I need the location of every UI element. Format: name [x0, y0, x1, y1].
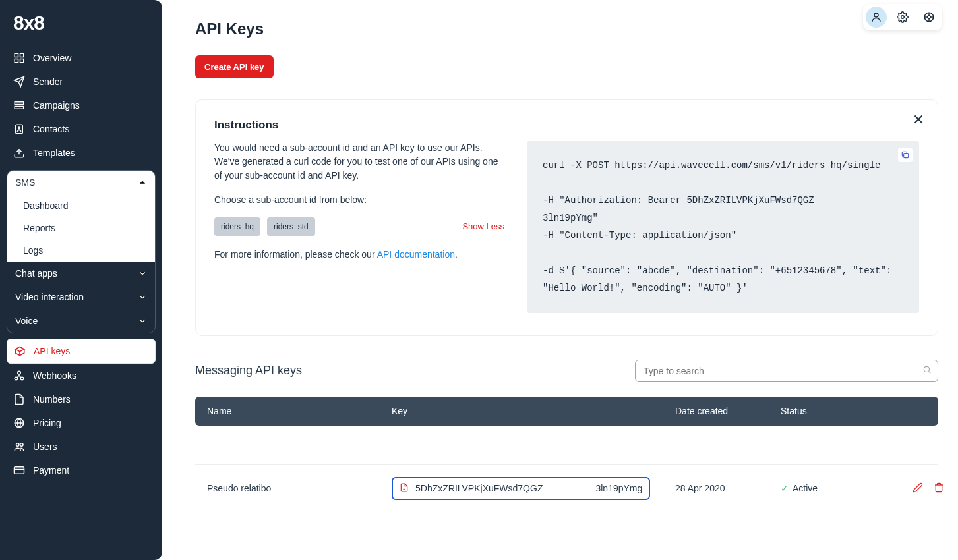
- svg-point-13: [16, 443, 20, 447]
- svg-point-10: [18, 371, 21, 374]
- file-icon: [13, 393, 25, 405]
- choose-label: Choose a sub-account id from below:: [214, 193, 504, 207]
- settings-button[interactable]: [892, 7, 913, 28]
- svg-rect-1: [20, 53, 24, 57]
- nav-api-keys[interactable]: API keys: [7, 339, 156, 364]
- contacts-icon: [13, 123, 25, 135]
- subaccount-chip-1[interactable]: riders_std: [267, 217, 315, 236]
- check-icon: ✓: [781, 483, 789, 493]
- svg-line-29: [929, 371, 931, 373]
- close-button[interactable]: [911, 112, 926, 129]
- show-less-link[interactable]: Show Less: [462, 220, 504, 233]
- nav-group-box: SMS Dashboard Reports Logs Chat apps Vid…: [7, 170, 156, 333]
- nav-pricing[interactable]: Pricing: [7, 411, 156, 435]
- nav-payment[interactable]: Payment: [7, 459, 156, 482]
- svg-point-28: [924, 366, 929, 372]
- layers-icon: [13, 99, 25, 111]
- svg-point-7: [18, 127, 20, 129]
- api-doc-link[interactable]: API documentation: [377, 249, 455, 260]
- group-sms-sub: Dashboard Reports Logs: [7, 194, 155, 262]
- svg-rect-5: [15, 107, 24, 109]
- svg-point-18: [901, 16, 905, 19]
- group-sms-head[interactable]: SMS: [7, 171, 155, 194]
- nav-label: API keys: [34, 346, 70, 356]
- col-key: Key: [392, 406, 675, 416]
- group-label: Chat apps: [15, 268, 57, 279]
- code-block: curl -X POST https://api.wavecell.com/sm…: [527, 141, 919, 313]
- sms-dashboard[interactable]: Dashboard: [7, 194, 155, 217]
- nav-overview[interactable]: Overview: [7, 46, 156, 70]
- nav-webhooks[interactable]: Webhooks: [7, 364, 156, 387]
- page-title: API Keys: [195, 20, 938, 38]
- svg-rect-0: [15, 53, 18, 57]
- nav-sender[interactable]: Sender: [7, 70, 156, 94]
- export-icon: [13, 147, 25, 159]
- nav-users[interactable]: Users: [7, 435, 156, 459]
- instructions-card: Instructions You would need a sub-accoun…: [195, 99, 938, 336]
- key-suffix: 3ln19pYmg: [595, 483, 642, 493]
- chevron-up-icon: [138, 178, 147, 187]
- col-date: Date created: [675, 406, 781, 416]
- code-content: curl -X POST https://api.wavecell.com/sm…: [543, 160, 897, 293]
- nav-numbers[interactable]: Numbers: [7, 387, 156, 411]
- nav-contacts[interactable]: Contacts: [7, 117, 156, 141]
- nav-label: Payment: [33, 465, 69, 476]
- row-date: 28 Apr 2020: [675, 483, 781, 493]
- card-icon: [13, 464, 25, 476]
- table-row: Pseudo relatibo 5DhZxZRILVPKjXuFWsd7QGZ …: [195, 465, 938, 512]
- users-icon: [13, 441, 25, 453]
- brand-logo: 8x8: [7, 8, 156, 46]
- user-button[interactable]: [866, 7, 887, 28]
- grid-icon: [13, 52, 25, 64]
- svg-rect-4: [15, 102, 24, 105]
- status-label: Active: [793, 483, 818, 493]
- row-status: ✓Active: [781, 483, 913, 493]
- api-key-pill[interactable]: 5DhZxZRILVPKjXuFWsd7QGZ 3ln19pYmg: [392, 477, 650, 500]
- row-name: Pseudo relatibo: [207, 483, 392, 493]
- delete-button[interactable]: [934, 482, 944, 495]
- nav-label: Overview: [33, 53, 71, 63]
- row-separator: [195, 426, 938, 465]
- search-icon: [922, 365, 932, 377]
- copy-button[interactable]: [898, 148, 913, 162]
- top-toolbar: [863, 4, 942, 30]
- group-chat-head[interactable]: Chat apps: [7, 262, 155, 285]
- svg-rect-2: [15, 59, 18, 63]
- edit-button[interactable]: [913, 482, 923, 495]
- group-label: Voice: [15, 316, 38, 326]
- send-icon: [13, 76, 25, 88]
- svg-rect-3: [20, 59, 24, 63]
- more-info-prefix: For more information, please check our: [214, 249, 377, 260]
- more-info-suffix: .: [455, 249, 458, 260]
- nav-label: Pricing: [33, 418, 61, 428]
- group-voice-head[interactable]: Voice: [7, 309, 155, 333]
- nav-templates[interactable]: Templates: [7, 141, 156, 165]
- more-info-line: For more information, please check our A…: [214, 248, 504, 262]
- group-label: Video interaction: [15, 292, 84, 302]
- nav-campaigns[interactable]: Campaigns: [7, 94, 156, 117]
- key-prefix: 5DhZxZRILVPKjXuFWsd7QGZ: [415, 483, 543, 493]
- group-video-head[interactable]: Video interaction: [7, 285, 155, 309]
- nav-label: Templates: [33, 148, 75, 158]
- chevron-down-icon: [138, 269, 147, 278]
- subaccount-chip-0[interactable]: riders_hq: [214, 217, 260, 236]
- group-label: SMS: [15, 177, 35, 188]
- nav-label: Contacts: [33, 124, 69, 134]
- nav-label: Campaigns: [33, 100, 80, 111]
- sms-logs[interactable]: Logs: [7, 239, 155, 262]
- doc-icon: [400, 483, 409, 494]
- sidebar: 8x8 Overview Sender Campaigns Contacts T…: [0, 0, 162, 560]
- col-name: Name: [207, 406, 392, 416]
- nav-label: Numbers: [33, 394, 71, 405]
- main-content: API Keys Create API key Instructions You…: [162, 0, 958, 560]
- webhook-icon: [13, 370, 25, 381]
- sms-reports[interactable]: Reports: [7, 217, 155, 239]
- create-api-key-button[interactable]: Create API key: [195, 55, 274, 78]
- col-status: Status: [781, 406, 913, 416]
- nav-label: Users: [33, 441, 57, 452]
- help-button[interactable]: [918, 7, 940, 28]
- section-title: Messaging API keys: [195, 364, 302, 378]
- svg-rect-27: [904, 154, 909, 158]
- chevron-down-icon: [138, 293, 147, 302]
- search-input[interactable]: [635, 360, 938, 382]
